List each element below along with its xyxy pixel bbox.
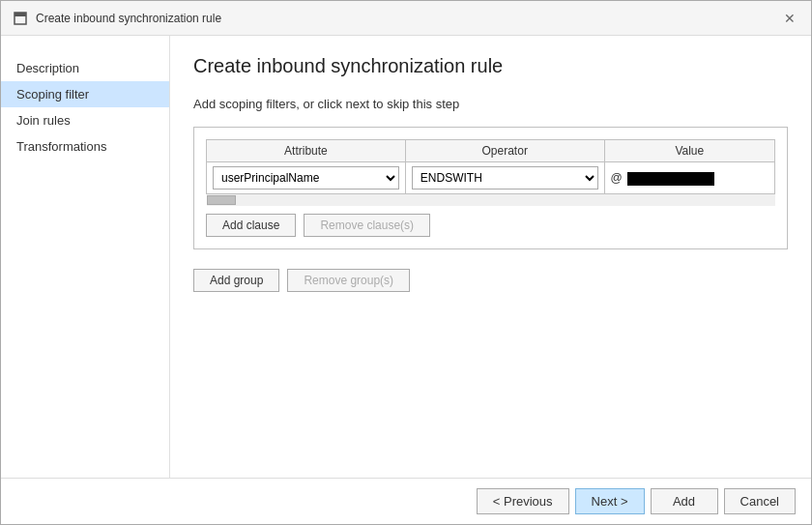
clause-buttons: Add clause Remove clause(s) xyxy=(206,214,775,237)
add-button[interactable]: Add xyxy=(651,488,718,514)
operator-cell: ENDSWITH xyxy=(405,162,604,194)
column-header-value: Value xyxy=(604,140,774,162)
dialog: Create inbound synchronization rule ✕ De… xyxy=(0,0,812,525)
column-header-operator: Operator xyxy=(405,140,604,162)
group-buttons: Add group Remove group(s) xyxy=(193,269,788,292)
step-description: Add scoping filters, or click next to sk… xyxy=(193,97,788,111)
previous-button[interactable]: < Previous xyxy=(477,488,569,514)
value-cell: @ xyxy=(604,162,774,194)
operator-select[interactable]: ENDSWITH xyxy=(412,166,598,190)
remove-group-button[interactable]: Remove group(s) xyxy=(287,269,410,292)
page-title: Create inbound synchronization rule xyxy=(193,55,788,77)
filter-row: userPrincipalName ENDSWITH @ xyxy=(207,162,775,194)
filter-container: Attribute Operator Value userPrincipalNa… xyxy=(193,127,788,249)
value-redacted xyxy=(627,172,714,186)
title-bar-left: Create inbound synchronization rule xyxy=(13,11,221,26)
content-area: Description Scoping filter Join rules Tr… xyxy=(1,36,811,478)
sidebar-item-scoping-filter[interactable]: Scoping filter xyxy=(1,81,169,107)
svg-rect-1 xyxy=(14,13,26,16)
close-button[interactable]: ✕ xyxy=(780,9,799,28)
sidebar-item-join-rules[interactable]: Join rules xyxy=(1,107,169,133)
title-bar: Create inbound synchronization rule ✕ xyxy=(1,1,811,36)
window-icon xyxy=(13,11,28,26)
cancel-button[interactable]: Cancel xyxy=(724,488,796,514)
sidebar-item-description[interactable]: Description xyxy=(1,55,169,81)
horizontal-scrollbar[interactable] xyxy=(207,194,775,206)
main-panel: Create inbound synchronization rule Add … xyxy=(170,36,811,478)
remove-clause-button[interactable]: Remove clause(s) xyxy=(304,214,430,237)
attribute-select[interactable]: userPrincipalName xyxy=(213,166,399,190)
add-clause-button[interactable]: Add clause xyxy=(206,214,296,237)
scrollbar-row xyxy=(207,194,775,207)
footer: < Previous Next > Add Cancel xyxy=(1,478,811,524)
attribute-cell: userPrincipalName xyxy=(207,162,406,194)
sidebar-item-transformations[interactable]: Transformations xyxy=(1,133,169,160)
filter-table: Attribute Operator Value userPrincipalNa… xyxy=(206,139,775,206)
sidebar: Description Scoping filter Join rules Tr… xyxy=(1,36,170,478)
scroll-thumb xyxy=(207,195,236,205)
value-prefix: @ xyxy=(611,171,623,185)
add-group-button[interactable]: Add group xyxy=(193,269,279,292)
column-header-attribute: Attribute xyxy=(207,140,406,162)
window-title: Create inbound synchronization rule xyxy=(36,12,221,25)
next-button[interactable]: Next > xyxy=(575,488,645,514)
